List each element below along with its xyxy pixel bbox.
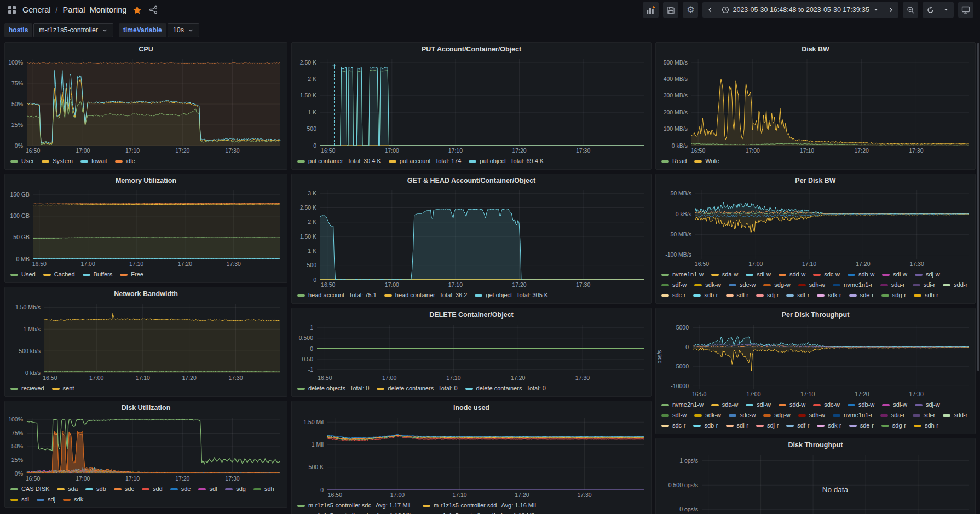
time-shift-back-button[interactable]	[702, 2, 718, 18]
variable-value-dropdown[interactable]: 10s	[168, 23, 199, 37]
legend-item[interactable]: sdb	[85, 484, 106, 494]
panel-title[interactable]: Disk BW	[656, 43, 975, 56]
legend-item[interactable]: sdf-r	[786, 421, 809, 430]
legend-item[interactable]: sdf-w	[661, 411, 687, 420]
legend-item[interactable]: sde-w	[729, 411, 756, 420]
legend-item[interactable]: delete containersTotal: 0	[465, 384, 546, 393]
panel-plot[interactable]: 05001 K1.50 K2 K2.50 K3 K16:5017:0017:10…	[292, 187, 651, 290]
time-shift-forward-button[interactable]	[883, 2, 898, 18]
legend-item[interactable]: sdh-w	[798, 280, 825, 290]
legend-item[interactable]: sdd-w	[779, 270, 805, 279]
legend-item[interactable]: sdk-w	[694, 280, 721, 290]
dashboard-settings-button[interactable]: ⚙	[683, 2, 698, 18]
legend-item[interactable]: sde-w	[729, 280, 756, 290]
legend-item[interactable]: sdl-w	[882, 270, 907, 279]
legend-item[interactable]: sdk-r	[817, 291, 841, 300]
panel-plot[interactable]: 1 ops/s0.500 ops/s0 ops/s-0.50 ops/s16:5…	[656, 452, 975, 514]
dashboard-title[interactable]: Partial_Monitoring	[62, 5, 126, 14]
legend-item[interactable]: sent	[52, 384, 74, 393]
legend-item[interactable]: sdk	[63, 495, 83, 504]
panel-plot[interactable]: 10.5000-0.50-116:5017:0017:1017:2017:30	[292, 321, 651, 383]
legend-item[interactable]: sdl-r	[726, 291, 748, 300]
panel-plot[interactable]: 0 MB50 GB100 GB150 GB16:5017:0017:1017:2…	[5, 187, 287, 269]
dashboards-grid-button[interactable]	[7, 2, 18, 18]
legend-item[interactable]: sda-r	[880, 280, 905, 290]
legend-item[interactable]: sdk-r	[817, 421, 841, 430]
legend-item[interactable]: delete objectsTotal: 0	[297, 384, 369, 393]
legend-item[interactable]: sda-w	[711, 400, 738, 409]
panel-title[interactable]: inode used	[292, 401, 651, 414]
legend-item[interactable]: sde-r	[849, 291, 874, 300]
legend-item[interactable]: sdf-r	[786, 291, 809, 300]
legend-item[interactable]: sda-w	[711, 270, 738, 279]
legend-item[interactable]: sdc-w	[813, 270, 840, 279]
legend-item[interactable]: sde-r	[849, 421, 874, 430]
legend-item[interactable]: sdg-r	[881, 291, 906, 300]
favorite-button[interactable]	[131, 2, 143, 18]
legend-item[interactable]: sdf	[198, 484, 217, 494]
legend-item[interactable]: sdh-r	[914, 291, 938, 300]
legend-item[interactable]: sdd	[142, 484, 163, 494]
legend-item[interactable]: Read	[661, 157, 687, 166]
panel-title[interactable]: DELETE Container/Object	[292, 308, 651, 321]
legend-item[interactable]: sdb-r	[693, 421, 718, 430]
zoom-out-time-button[interactable]	[903, 2, 918, 18]
legend-item[interactable]: sdh-w	[798, 411, 825, 420]
legend-item[interactable]: sdc	[114, 484, 134, 494]
legend-item[interactable]: sdi	[10, 495, 29, 504]
variable-value-dropdown[interactable]: m-r1z1s5-controller	[33, 23, 113, 37]
legend-item[interactable]: m-r1z1s5-controller sdcAvg: 1.17 Mil	[297, 501, 411, 510]
legend-item[interactable]: sda-r	[880, 411, 905, 420]
legend-item[interactable]: get objectTotal: 305 K	[475, 291, 548, 300]
time-range-picker[interactable]: 2023-05-30 16:48:48 to 2023-05-30 17:39:…	[718, 2, 883, 18]
variable-label[interactable]: hostls	[4, 23, 32, 37]
legend-item[interactable]: sdj	[37, 495, 55, 504]
panel-title[interactable]: CPU	[5, 43, 287, 56]
legend-item[interactable]: sdg-r	[881, 421, 906, 430]
legend-item[interactable]: sdj-r	[756, 421, 779, 430]
variable-label[interactable]: timeVariable	[119, 23, 166, 37]
breadcrumb-folder[interactable]: General	[22, 5, 51, 14]
panel-title[interactable]: Memory Utilization	[5, 174, 287, 187]
legend-item[interactable]: sdf-w	[661, 280, 687, 290]
legend-item[interactable]: User	[10, 157, 34, 166]
panel-plot[interactable]: 0%25%50%75%100%16:5017:0017:1017:2017:30	[5, 56, 287, 155]
legend-item[interactable]: idle	[115, 157, 135, 166]
legend-item[interactable]: put objectTotal: 69.4 K	[469, 157, 544, 166]
legend-item[interactable]: Write	[694, 157, 719, 166]
legend-item[interactable]: sdj-w	[915, 270, 940, 279]
legend-item[interactable]: sdb-w	[848, 270, 874, 279]
panel-title[interactable]: Per Disk BW	[656, 174, 975, 187]
legend-item[interactable]: m-r1z1s5-controller sdfAvg: 1.18 Mil	[423, 511, 536, 514]
legend-item[interactable]: sda	[57, 484, 78, 494]
legend-item[interactable]: sdl-r	[726, 421, 748, 430]
legend-item[interactable]: Cached	[43, 270, 75, 279]
kiosk-mode-button[interactable]	[958, 2, 973, 18]
legend-item[interactable]: nvme1n1-w	[661, 270, 704, 279]
panel-title[interactable]: PUT Account/Container/Object	[292, 43, 651, 56]
legend-item[interactable]: m-r1z1s5-controller sdeAvg: 1.18 Mil	[297, 511, 411, 514]
legend-item[interactable]: System	[42, 157, 73, 166]
legend-item[interactable]: head accountTotal: 75.1	[297, 291, 377, 300]
legend-item[interactable]: Iowait	[80, 157, 107, 166]
legend-item[interactable]: sdj-r	[756, 291, 779, 300]
legend-item[interactable]: sdb-r	[693, 291, 718, 300]
legend-item[interactable]: sdi-r	[913, 411, 935, 420]
legend-item[interactable]: sdg	[225, 484, 246, 494]
legend-item[interactable]: put containerTotal: 30.4 K	[297, 157, 381, 166]
legend-item[interactable]: sdh-r	[914, 421, 938, 430]
legend-item[interactable]: sdl-w	[882, 400, 907, 409]
legend-item[interactable]: sdg-w	[763, 280, 790, 290]
legend-item[interactable]: sdi-w	[746, 400, 771, 409]
refresh-interval-dropdown[interactable]	[938, 2, 954, 18]
legend-item[interactable]: delete containersTotal: 0	[377, 384, 457, 393]
refresh-button[interactable]	[923, 2, 938, 18]
legend-item[interactable]: nvme1n1-r	[833, 411, 873, 420]
panel-plot[interactable]: 50 MB/s0 kB/s-50 MB/s-100 MB/s16:5017:00…	[656, 187, 975, 269]
legend-item[interactable]: Buffers	[83, 270, 113, 279]
legend-item[interactable]: nvme2n1-w	[661, 400, 704, 409]
legend-item[interactable]: sdh	[253, 484, 274, 494]
legend-item[interactable]: Used	[10, 270, 36, 279]
panel-plot[interactable]: 50000-5000-1000016:5017:0017:1017:2017:3…	[656, 321, 975, 399]
legend-item[interactable]: sdi-r	[913, 280, 935, 290]
